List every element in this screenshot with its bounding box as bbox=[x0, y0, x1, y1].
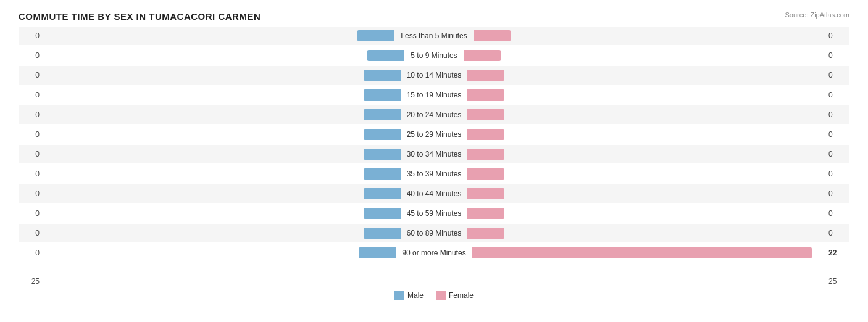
male-bar bbox=[364, 149, 401, 160]
chart-row: 020 to 24 Minutes0 bbox=[19, 105, 849, 124]
left-value: 0 bbox=[19, 110, 43, 119]
right-value: 0 bbox=[825, 110, 849, 119]
right-bar-container bbox=[467, 207, 825, 220]
left-bar-container bbox=[43, 246, 396, 260]
bars-wrapper: 20 to 24 Minutes bbox=[43, 105, 825, 124]
male-bar bbox=[364, 228, 401, 239]
left-bar-container bbox=[43, 147, 401, 161]
chart-row: 030 to 34 Minutes0 bbox=[19, 145, 849, 163]
left-bar-container bbox=[43, 49, 404, 62]
legend-female-label: Female bbox=[449, 291, 474, 300]
center-label-area: 35 to 39 Minutes bbox=[43, 165, 825, 183]
female-bar bbox=[467, 228, 504, 239]
right-value: 0 bbox=[825, 130, 849, 139]
female-bar bbox=[467, 109, 504, 120]
right-value: 0 bbox=[825, 150, 849, 159]
bar-label: 40 to 44 Minutes bbox=[401, 189, 468, 198]
axis-row: 25 25 bbox=[19, 277, 849, 286]
left-bar-container bbox=[43, 128, 401, 141]
right-value: 0 bbox=[825, 31, 849, 40]
right-bar-container bbox=[474, 29, 825, 43]
bar-label: 35 to 39 Minutes bbox=[401, 170, 468, 178]
female-bar bbox=[467, 168, 504, 180]
bar-label: 15 to 19 Minutes bbox=[401, 91, 468, 99]
right-bar-container bbox=[467, 226, 825, 240]
chart-row: 090 or more Minutes22 bbox=[19, 244, 849, 262]
female-bar bbox=[474, 30, 511, 41]
center-label-area: Less than 5 Minutes bbox=[43, 27, 825, 45]
center-label-area: 25 to 29 Minutes bbox=[43, 125, 825, 144]
left-bar-container bbox=[43, 207, 401, 220]
right-bar-container bbox=[467, 147, 825, 161]
right-value: 0 bbox=[825, 91, 849, 99]
male-bar bbox=[364, 208, 401, 219]
male-bar bbox=[357, 30, 394, 41]
chart-row: 015 to 19 Minutes0 bbox=[19, 86, 849, 104]
bar-label: 45 to 59 Minutes bbox=[401, 209, 468, 218]
left-value: 0 bbox=[19, 130, 43, 139]
left-value: 0 bbox=[19, 209, 43, 218]
bar-label: 30 to 34 Minutes bbox=[401, 150, 468, 159]
female-bar bbox=[467, 70, 504, 81]
bars-wrapper: Less than 5 Minutes bbox=[43, 27, 825, 45]
male-bar bbox=[364, 188, 401, 199]
chart-title: COMMUTE TIME BY SEX IN TUMACACORI CARMEN bbox=[19, 11, 849, 22]
bar-label: 10 to 14 Minutes bbox=[401, 71, 468, 80]
center-label-area: 30 to 34 Minutes bbox=[43, 145, 825, 163]
female-bar bbox=[467, 89, 504, 101]
center-label-area: 15 to 19 Minutes bbox=[43, 86, 825, 104]
left-bar-container bbox=[43, 68, 401, 82]
center-label-area: 5 to 9 Minutes bbox=[43, 46, 825, 65]
right-bar-container bbox=[467, 88, 825, 102]
axis-right-label: 25 bbox=[825, 277, 849, 286]
center-label-area: 90 or more Minutes bbox=[43, 244, 825, 262]
female-bar bbox=[467, 208, 504, 219]
male-bar bbox=[364, 109, 401, 120]
legend-male-label: Male bbox=[407, 291, 424, 300]
bar-label: 25 to 29 Minutes bbox=[401, 130, 468, 139]
legend: Male Female bbox=[19, 291, 849, 300]
bar-label: 90 or more Minutes bbox=[396, 249, 472, 257]
axis-left-label: 25 bbox=[19, 277, 43, 286]
left-value: 0 bbox=[19, 71, 43, 80]
chart-row: 025 to 29 Minutes0 bbox=[19, 125, 849, 144]
left-value: 0 bbox=[19, 31, 43, 40]
right-value: 0 bbox=[825, 71, 849, 80]
right-bar-container bbox=[464, 49, 825, 62]
female-bar bbox=[472, 247, 812, 258]
bar-label: 5 to 9 Minutes bbox=[404, 51, 463, 60]
chart-row: 05 to 9 Minutes0 bbox=[19, 46, 849, 65]
left-value: 0 bbox=[19, 189, 43, 198]
right-bar-container bbox=[467, 128, 825, 141]
chart-area: 0Less than 5 Minutes005 to 9 Minutes0010… bbox=[19, 27, 849, 273]
left-value: 0 bbox=[19, 150, 43, 159]
legend-male-box bbox=[394, 291, 404, 300]
right-value: 0 bbox=[825, 209, 849, 218]
left-value: 0 bbox=[19, 229, 43, 237]
male-bar bbox=[364, 129, 401, 140]
bars-wrapper: 5 to 9 Minutes bbox=[43, 46, 825, 65]
right-value: 0 bbox=[825, 51, 849, 60]
left-value: 0 bbox=[19, 249, 43, 257]
male-bar bbox=[367, 50, 404, 61]
right-bar-container bbox=[472, 246, 825, 260]
legend-male: Male bbox=[394, 291, 424, 300]
center-label-area: 40 to 44 Minutes bbox=[43, 184, 825, 203]
left-bar-container bbox=[43, 187, 401, 200]
left-bar-container bbox=[43, 29, 394, 43]
male-bar bbox=[364, 89, 401, 101]
chart-row: 045 to 59 Minutes0 bbox=[19, 204, 849, 223]
bars-wrapper: 60 to 89 Minutes bbox=[43, 224, 825, 242]
bars-wrapper: 45 to 59 Minutes bbox=[43, 204, 825, 223]
bar-label: 20 to 24 Minutes bbox=[401, 110, 468, 119]
left-value: 0 bbox=[19, 51, 43, 60]
right-bar-container bbox=[467, 68, 825, 82]
chart-container: COMMUTE TIME BY SEX IN TUMACACORI CARMEN… bbox=[0, 0, 868, 322]
center-label-area: 45 to 59 Minutes bbox=[43, 204, 825, 223]
bars-wrapper: 25 to 29 Minutes bbox=[43, 125, 825, 144]
left-bar-container bbox=[43, 226, 401, 240]
bars-wrapper: 90 or more Minutes bbox=[43, 244, 825, 262]
right-bar-container bbox=[467, 108, 825, 122]
chart-row: 0Less than 5 Minutes0 bbox=[19, 27, 849, 45]
chart-row: 060 to 89 Minutes0 bbox=[19, 224, 849, 242]
